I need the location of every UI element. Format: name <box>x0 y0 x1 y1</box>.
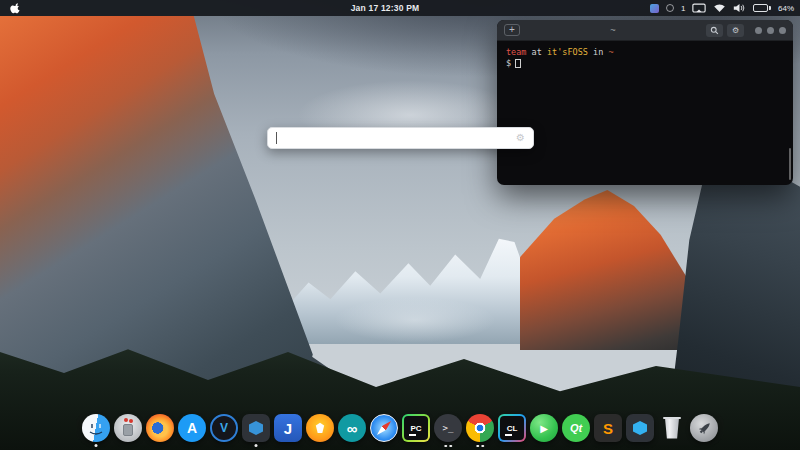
pycharm-glyph: PC <box>410 424 421 433</box>
battery-icon[interactable] <box>753 4 771 12</box>
vscodium-glyph: V <box>220 421 228 435</box>
prompt-in: in <box>588 47 608 57</box>
terminal-body[interactable]: team at it'sFOSS in ~ $ <box>497 41 793 184</box>
terminal-input-line: $ <box>506 58 784 69</box>
battery-body <box>753 4 768 12</box>
blue-hexagon-icon <box>633 421 647 435</box>
text-caret <box>276 132 277 144</box>
apple-menu[interactable] <box>10 2 21 14</box>
running-indicator-two-windows <box>444 445 452 448</box>
terminal-title: ~ <box>520 25 706 35</box>
gear-icon: ⚙ <box>732 26 739 35</box>
menu-bar-status-area: 1 64% <box>650 0 794 16</box>
window-maximize-button[interactable] <box>767 27 774 34</box>
volume-icon[interactable] <box>733 3 746 13</box>
running-indicator-two-windows <box>476 445 484 448</box>
running-indicator <box>255 444 258 447</box>
dock: A V J ∞ PC >_ C <box>76 411 724 445</box>
dock-item-hexagon-app[interactable] <box>242 414 270 442</box>
dock-item-pycharm[interactable]: PC <box>402 414 430 442</box>
prompt-user: team <box>506 47 526 57</box>
dock-item-hexagon-app-2[interactable] <box>626 414 654 442</box>
terminal-window: + ~ ⚙ team at it'sFOSS in ~ <box>497 20 793 185</box>
window-close-button[interactable] <box>779 27 786 34</box>
prompt-symbol: $ <box>506 58 511 68</box>
prompt-path: ~ <box>608 47 613 57</box>
terminal-scrollbar[interactable] <box>789 148 791 180</box>
terminal-prompt-glyph: >_ <box>443 423 454 433</box>
launcher-settings-gear-icon[interactable]: ⚙ <box>516 133 525 143</box>
red-cherry-detail <box>124 418 128 422</box>
dock-item-chrome[interactable] <box>466 414 494 442</box>
dock-item-clion[interactable]: CL <box>498 414 526 442</box>
dock-item-firefox[interactable] <box>146 414 174 442</box>
safari-compass-needle <box>375 419 393 437</box>
red-cherry-detail <box>129 419 133 423</box>
desktop: Jan 17 12:30 PM 1 64% ⚙ + ~ <box>0 0 800 450</box>
dock-item-vscodium[interactable]: V <box>210 414 238 442</box>
dock-item-qt-creator[interactable]: Qt <box>562 414 590 442</box>
dock-item-app-store[interactable]: A <box>178 414 206 442</box>
rocket-icon <box>696 420 713 437</box>
screen-mirroring-icon[interactable] <box>692 3 706 14</box>
new-tab-button[interactable]: + <box>504 24 520 36</box>
dock-item-archive-utility[interactable] <box>114 414 142 442</box>
joplin-glyph: J <box>284 420 292 437</box>
window-minimize-button[interactable] <box>755 27 762 34</box>
terminal-titlebar-controls: ⚙ <box>706 24 786 37</box>
terminal-prompt-line: team at it'sFOSS in ~ <box>506 47 784 58</box>
clion-glyph: CL <box>507 424 518 433</box>
terminal-cursor <box>515 59 521 68</box>
menu-bar: Jan 17 12:30 PM 1 64% <box>0 0 800 16</box>
sublime-glyph: S <box>603 420 613 437</box>
menu-bar-clock[interactable]: Jan 17 12:30 PM <box>351 3 420 13</box>
trash-bin-icon <box>664 418 680 439</box>
trash-lid <box>663 417 681 419</box>
jetbrains-bar <box>409 434 416 436</box>
battery-percent: 64% <box>778 4 794 13</box>
status-circle-icon[interactable] <box>666 4 674 12</box>
dock-item-rocket-launcher[interactable] <box>690 414 718 442</box>
play-icon: ▶ <box>540 423 548 434</box>
jetbrains-bar <box>505 434 512 436</box>
battery-nub <box>769 6 771 10</box>
prompt-host: it'sFOSS <box>547 47 588 57</box>
dock-item-trash[interactable] <box>658 414 686 442</box>
wallpaper-mist <box>300 288 530 352</box>
qt-glyph: Qt <box>570 422 582 434</box>
dock-item-finder[interactable] <box>82 414 110 442</box>
dock-item-arduino[interactable]: ∞ <box>338 414 366 442</box>
utility-bag-shape <box>123 424 133 436</box>
dock-item-media-player[interactable]: ▶ <box>530 414 558 442</box>
launcher-input[interactable] <box>279 128 516 148</box>
app-launcher-bar: ⚙ <box>267 127 534 149</box>
terminal-search-button[interactable] <box>706 24 723 37</box>
running-indicator <box>95 444 98 447</box>
brave-lion-icon <box>314 421 327 435</box>
dock-item-brave[interactable] <box>306 414 334 442</box>
app-store-glyph: A <box>187 420 197 436</box>
dock-item-joplin[interactable]: J <box>274 414 302 442</box>
terminal-settings-button[interactable]: ⚙ <box>727 24 744 37</box>
blue-hexagon-icon <box>249 421 263 435</box>
terminal-titlebar[interactable]: + ~ ⚙ <box>497 20 793 41</box>
arduino-infinity-glyph: ∞ <box>347 420 358 437</box>
window-control-buttons <box>755 27 786 34</box>
input-source-indicator[interactable]: 1 <box>681 4 685 13</box>
apple-icon <box>10 2 21 14</box>
dock-item-terminal[interactable]: >_ <box>434 414 462 442</box>
wifi-icon[interactable] <box>713 3 726 13</box>
dock-item-safari[interactable] <box>370 414 398 442</box>
prompt-at: at <box>526 47 546 57</box>
search-icon <box>710 26 719 35</box>
app-indicator-icon[interactable] <box>650 4 659 13</box>
finder-face-icon <box>82 414 110 442</box>
dock-item-sublime-text[interactable]: S <box>594 414 622 442</box>
